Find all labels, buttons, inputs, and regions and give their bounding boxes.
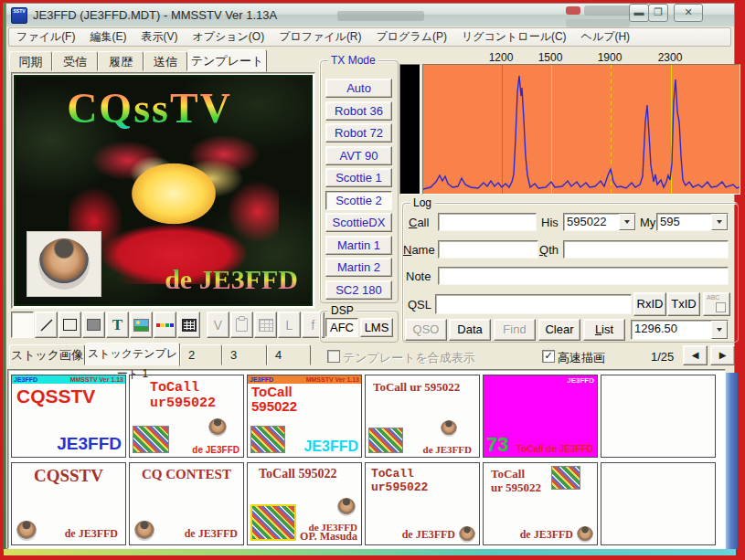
template-thumb-11[interactable]: ToCallur 595022 de JE3FFD [483,462,598,545]
menu-help[interactable]: ヘルプ(H) [574,29,638,45]
tx-mode-scottie1[interactable]: Scottie 1 [325,168,392,187]
template-thumb-4[interactable]: ToCall ur 595022 de JE3FFD [365,375,480,458]
call-label: Call [409,216,429,229]
template-thumb-2[interactable]: ToCallur595022 de JE3FFD [129,375,244,458]
menu-rig-control[interactable]: リグコントロール(C) [454,29,574,45]
tx-mode-robot36[interactable]: Robot 36 [325,101,392,121]
fast-draw-label: 高速描画 [558,350,605,366]
rectangle-outline-icon [63,319,77,331]
tab-transmit[interactable]: 送信 [144,51,187,71]
my-label: My [640,216,655,229]
tx-mode-scottiedx[interactable]: ScottieDX [325,213,392,232]
his-label: His [541,216,559,229]
qsl-input[interactable] [435,294,632,314]
tab-sync[interactable]: 同期 [9,51,52,71]
tool-table-button[interactable] [177,312,200,338]
minimize-button[interactable]: ▬ [629,4,649,22]
frequency-dropdown-button[interactable] [711,321,728,339]
tool-rectangle-button[interactable] [59,312,81,338]
restore-button[interactable]: ❐ [648,4,668,22]
note-input[interactable] [438,267,729,285]
group-photo [250,426,285,453]
close-button[interactable]: ✕ [674,4,703,22]
fast-draw-checkbox[interactable]: ✓ [542,350,555,363]
menu-file[interactable]: ファイル(F) [9,29,82,45]
template-thumb-12[interactable] [601,462,716,545]
tab-stock-template-1[interactable]: ストックテンプレート 1 [85,343,180,366]
tool-image-button[interactable] [130,312,153,338]
his-dropdown-button[interactable] [619,214,635,230]
template-preview[interactable]: CQssTV de JE3FFD [11,72,315,309]
txid-button[interactable]: TxID [667,292,700,316]
title-bar[interactable]: SSTV JE3FFD (JE3FFD.MDT) - MMSSTV Ver 1.… [6,4,734,26]
tab-stock-template-4[interactable]: 4 [267,344,311,365]
template-thumb-6[interactable] [601,375,716,458]
tab-stock-template-2[interactable]: 2 [180,344,222,365]
tx-mode-auto[interactable]: Auto [325,79,392,98]
qth-input[interactable] [563,240,729,259]
data-button[interactable]: Data [449,319,491,341]
my-dropdown-button[interactable] [711,214,728,230]
close-icon: ✕ [684,6,692,17]
l-tool-icon: L [286,318,293,333]
thumb-header: JE3FFD MMSSTV Ver 1.13 [12,375,125,384]
my-combobox[interactable]: 595 [656,213,729,231]
tab-stock-images[interactable]: ストック画像 [9,344,85,365]
thumb-footer: ToCall de JE3FFD [516,444,593,454]
qso-button: QSO [405,319,447,341]
template-thumb-3[interactable]: JE3FFD MMSSTV Ver 1.13 ToCall595022 JE3F… [247,375,362,458]
frequency-combobox[interactable]: 1296.50 [631,320,729,340]
his-combobox[interactable]: 595022 [563,213,636,231]
menu-program[interactable]: プログラム(P) [369,29,454,45]
tool-text-button[interactable]: T [106,312,129,338]
thumb-footer: de JE3FFD [520,528,573,542]
thumb-title: ToCallur595022 [150,380,216,411]
tool-color-button[interactable] [154,312,176,338]
tx-mode-martin2[interactable]: Martin 2 [325,258,392,277]
tab-receive[interactable]: 受信 [52,51,98,71]
tx-mode-sc2-180[interactable]: SC2 180 [325,280,392,300]
clipboard-icon [236,318,248,332]
rectangle-filled-icon [87,319,101,331]
next-page-button[interactable]: ▶ [710,345,735,365]
grid-icon [259,319,273,332]
preview-signature: de JE3FFD [165,264,298,295]
tab-stock-template-3[interactable]: 3 [222,344,267,365]
template-thumb-9[interactable]: ToCall 595022 de JE3FFD OP. Masuda [247,462,362,545]
tx-mode-scottie2[interactable]: Scottie 2 [325,191,392,210]
tx-mode-robot72[interactable]: Robot 72 [325,123,392,143]
call-input[interactable] [438,213,537,231]
dsp-lms-button[interactable]: LMS [360,318,393,337]
tool-line-button[interactable] [35,312,58,338]
tx-mode-avt90[interactable]: AVT 90 [325,146,392,165]
list-button[interactable]: List [583,319,625,341]
thumb-title: ToCallur 595022 [491,467,541,494]
menu-option[interactable]: オプション(O) [185,29,271,45]
dsp-afc-button[interactable]: AFC [325,318,358,337]
clear-button[interactable]: Clear [538,319,580,341]
template-thumb-1[interactable]: JE3FFD MMSSTV Ver 1.13 CQSSTV JE3FFD [11,375,126,458]
menu-edit[interactable]: 編集(E) [82,29,133,45]
spectrum-trace [423,65,740,194]
tab-history[interactable]: 履歴 [98,51,144,71]
menu-profile[interactable]: プロファイル(R) [271,29,368,45]
tx-mode-group-label: TX Mode [328,54,378,67]
tx-mode-martin1[interactable]: Martin 1 [325,236,392,255]
spectrum-display[interactable] [422,64,740,195]
template-thumb-5[interactable]: JE3FFD 73 ToCall de JE3FFD [483,375,598,458]
prev-page-button[interactable]: ◀ [683,345,708,365]
tool-none-button[interactable] [11,312,34,338]
template-thumb-7[interactable]: CQSSTV de JE3FFD [11,462,126,545]
name-label: Name [403,243,435,257]
chevron-down-icon [717,220,722,227]
template-thumb-10[interactable]: ToCallur595022 de JE3FFD [365,462,480,545]
preview-headline: CQssTV [16,84,283,132]
group-photo [250,504,296,541]
menu-view[interactable]: 表示(V) [133,29,185,45]
tab-template[interactable]: テンプレート [187,49,267,72]
tool-filled-rectangle-button[interactable] [82,312,105,338]
rxid-button[interactable]: RxID [633,292,666,316]
name-input[interactable] [438,240,538,259]
thumb-callsign: JE3FFD [567,376,594,385]
template-thumb-8[interactable]: CQ CONTEST de JE3FFD [129,462,244,545]
